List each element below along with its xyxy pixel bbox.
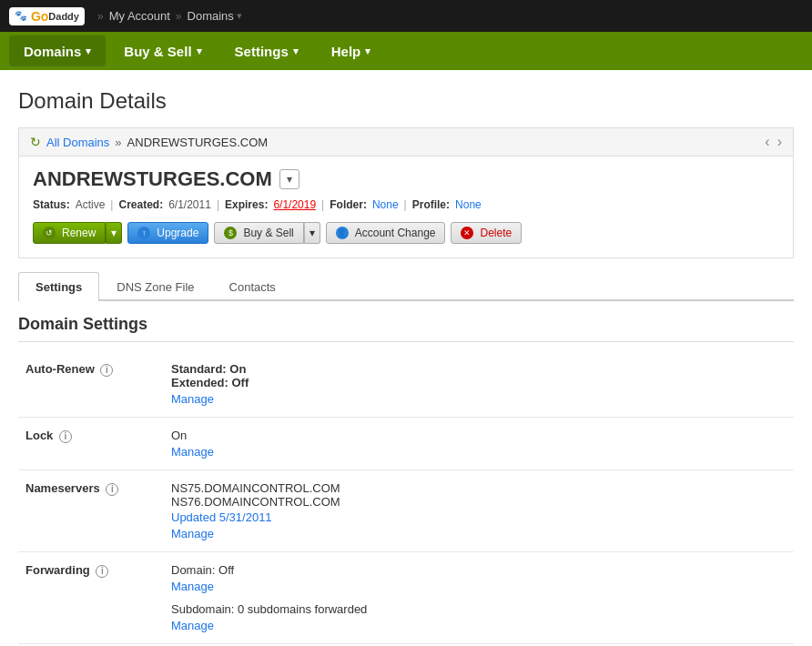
renew-split-button: ↺ Renew ▾ <box>33 222 122 244</box>
all-domains-link[interactable]: All Domains <box>46 136 109 149</box>
upgrade-button[interactable]: ↑ Upgrade <box>127 222 208 244</box>
lock-manage-link[interactable]: Manage <box>171 445 787 459</box>
forwarding-label-cell: Forwarding i <box>18 552 164 644</box>
ns2-value: NS76.DOMAINCONTROL.COM <box>171 495 787 509</box>
created-value: 6/1/2011 <box>168 198 211 211</box>
auto-renew-info-icon[interactable]: i <box>100 364 113 377</box>
account-change-icon: 👤 <box>336 227 349 239</box>
upgrade-icon: ↑ <box>137 227 150 239</box>
top-bar: 🐾 GoDaddy » My Account » Domains ▾ <box>0 0 812 32</box>
nav-buysell-arrow: ▾ <box>197 45 202 57</box>
domains-top-link[interactable]: Domains <box>188 9 234 23</box>
renew-dropdown-button[interactable]: ▾ <box>106 222 122 244</box>
next-domain-arrow[interactable]: › <box>777 134 782 150</box>
lock-row: Lock i On Manage <box>18 418 794 470</box>
page-title: Domain Details <box>18 88 794 114</box>
nameservers-row: Nameservers i NS75.DOMAINCONTROL.COM NS7… <box>18 470 794 552</box>
domain-header: ANDREWSTURGES.COM ▾ Status: Active | Cre… <box>18 156 794 258</box>
delete-button[interactable]: ✕ Delete <box>451 222 522 244</box>
nameservers-updated-date[interactable]: Updated 5/31/2011 <box>171 510 787 524</box>
lock-value-cell: On Manage <box>164 418 794 470</box>
settings-section: Domain Settings Auto-Renew i Standard: O… <box>18 301 794 644</box>
nameservers-label-cell: Nameservers i <box>18 470 164 552</box>
forwarding-label: Forwarding <box>25 563 90 577</box>
forwarding-row: Forwarding i Domain: Off Manage Subdomai… <box>18 552 794 644</box>
breadcrumb-left: ↻ All Domains » ANDREWSTURGES.COM <box>30 135 268 149</box>
settings-table: Auto-Renew i Standard: On Extended: Off … <box>18 351 794 644</box>
status-label: Status: <box>33 198 70 211</box>
nav-item-buy-sell[interactable]: Buy & Sell ▾ <box>109 35 216 66</box>
nameservers-info-icon[interactable]: i <box>106 483 118 496</box>
tab-settings[interactable]: Settings <box>18 272 99 301</box>
auto-renew-manage-link[interactable]: Manage <box>171 392 787 406</box>
settings-title: Domain Settings <box>18 315 794 342</box>
action-buttons: ↺ Renew ▾ ↑ Upgrade $ Buy & Sell ▾ 👤 <box>33 222 779 244</box>
renew-button[interactable]: ↺ Renew <box>33 222 106 244</box>
renew-icon: ↺ <box>43 227 56 239</box>
nav-help-arrow: ▾ <box>365 45 370 57</box>
meta-sep-3: | <box>321 198 324 211</box>
forwarding-subdomain-row: Subdomain: 0 subdomains forwarded Manage <box>171 602 787 632</box>
breadcrumb-chevron-1: » <box>97 10 104 23</box>
buysell-label: Buy & Sell <box>243 227 293 239</box>
domain-dropdown-button[interactable]: ▾ <box>279 169 299 189</box>
breadcrumb-sep: » <box>115 136 121 149</box>
my-account-link[interactable]: My Account <box>109 9 170 23</box>
renew-label: Renew <box>62 227 96 239</box>
forwarding-subdomain-value: Subdomain: 0 subdomains forwarded <box>171 602 787 616</box>
domain-name: ANDREWSTURGES.COM <box>33 167 272 191</box>
forwarding-subdomain-manage-link[interactable]: Manage <box>171 619 787 632</box>
profile-label: Profile: <box>412 198 450 211</box>
nav-settings-arrow: ▾ <box>293 45 299 57</box>
nav-domains-label: Domains <box>24 44 81 59</box>
prev-domain-arrow[interactable]: ‹ <box>765 134 769 150</box>
godaddy-logo[interactable]: 🐾 GoDaddy <box>9 7 85 25</box>
forwarding-value-cell: Domain: Off Manage Subdomain: 0 subdomai… <box>164 552 794 644</box>
tab-contacts[interactable]: Contacts <box>212 272 293 301</box>
auto-renew-label-cell: Auto-Renew i <box>18 351 164 418</box>
expires-value[interactable]: 6/1/2019 <box>273 198 316 211</box>
nameservers-manage-link[interactable]: Manage <box>171 527 787 540</box>
main-nav: Domains ▾ Buy & Sell ▾ Settings ▾ Help ▾ <box>0 32 812 70</box>
breadcrumb-nav-arrows: ‹ › <box>765 134 782 150</box>
meta-sep-2: | <box>217 198 219 211</box>
lock-label: Lock <box>25 429 53 442</box>
folder-value[interactable]: None <box>372 198 399 211</box>
refresh-icon[interactable]: ↻ <box>30 135 41 149</box>
delete-label: Delete <box>480 227 512 239</box>
buysell-dropdown-button[interactable]: ▾ <box>304 222 320 244</box>
buysell-button[interactable]: $ Buy & Sell <box>214 222 303 244</box>
expires-label: Expires: <box>225 198 268 211</box>
nameservers-value-cell: NS75.DOMAINCONTROL.COM NS76.DOMAINCONTRO… <box>164 470 794 552</box>
breadcrumb-bar: ↻ All Domains » ANDREWSTURGES.COM ‹ › <box>18 127 794 156</box>
status-value: Active <box>76 198 106 211</box>
lock-info-icon[interactable]: i <box>59 430 72 443</box>
forwarding-domain-value: Domain: Off <box>171 563 787 577</box>
nav-settings-label: Settings <box>235 44 289 59</box>
forwarding-info-icon[interactable]: i <box>96 565 108 578</box>
domain-meta: Status: Active | Created: 6/1/2011 | Exp… <box>33 198 779 211</box>
domain-name-row: ANDREWSTURGES.COM ▾ <box>33 167 779 191</box>
nav-help-label: Help <box>331 44 361 59</box>
auto-renew-extended: Extended: Off <box>171 376 787 389</box>
meta-sep-4: | <box>404 198 407 211</box>
forwarding-domain-manage-link[interactable]: Manage <box>171 580 787 593</box>
domains-arrow: ▾ <box>237 10 242 22</box>
auto-renew-row: Auto-Renew i Standard: On Extended: Off … <box>18 351 794 418</box>
account-change-button[interactable]: 👤 Account Change <box>326 222 446 244</box>
profile-value[interactable]: None <box>455 198 482 211</box>
folder-label: Folder: <box>330 198 367 211</box>
buysell-split-button: $ Buy & Sell ▾ <box>214 222 320 244</box>
ns1-value: NS75.DOMAINCONTROL.COM <box>171 481 787 495</box>
nav-buysell-label: Buy & Sell <box>124 44 191 59</box>
nav-item-domains[interactable]: Domains ▾ <box>9 35 106 66</box>
page-content: Domain Details ↻ All Domains » ANDREWSTU… <box>0 70 812 646</box>
nameservers-label: Nameservers <box>25 481 100 495</box>
account-change-label: Account Change <box>355 227 436 239</box>
delete-icon: ✕ <box>461 227 473 239</box>
nav-item-help[interactable]: Help ▾ <box>317 35 386 66</box>
nav-item-settings[interactable]: Settings ▾ <box>220 35 313 66</box>
tab-dns-zone-file[interactable]: DNS Zone File <box>99 272 211 301</box>
nav-domains-arrow: ▾ <box>86 45 91 57</box>
upgrade-label: Upgrade <box>157 227 198 239</box>
